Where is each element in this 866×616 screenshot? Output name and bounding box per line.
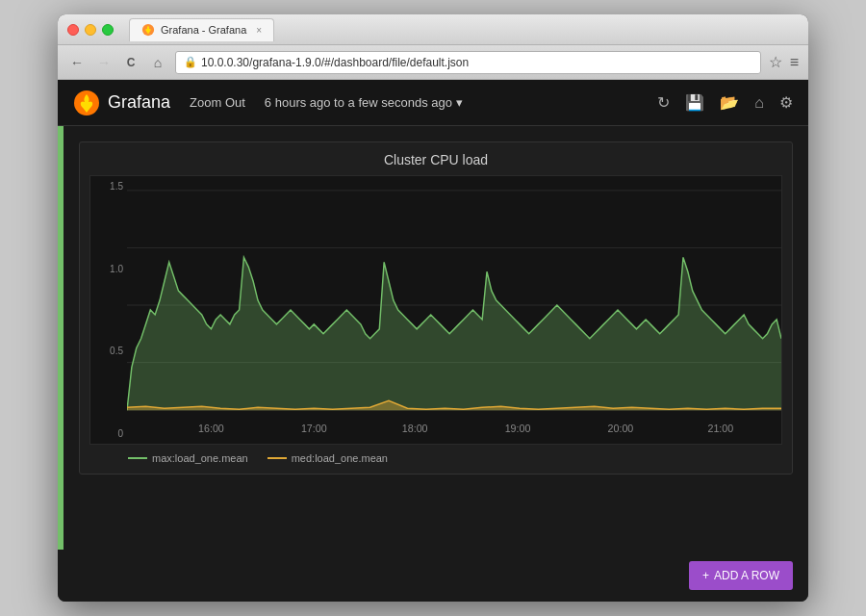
chart-title: Cluster CPU load	[89, 152, 782, 167]
legend-color-green	[128, 457, 147, 459]
refresh-button[interactable]: C	[121, 53, 140, 72]
menu-icon[interactable]: ≡	[790, 54, 799, 71]
maximize-button[interactable]	[102, 24, 114, 36]
save-dashboard-icon[interactable]: 💾	[685, 93, 704, 112]
forward-button[interactable]: →	[94, 53, 114, 72]
browser-tab[interactable]: Grafana - Grafana ×	[129, 18, 274, 41]
address-actions: ☆ ≡	[769, 53, 799, 71]
legend-item-med: med:load_one.mean	[267, 452, 388, 464]
time-range-text: 6 hours ago to a few seconds ago	[265, 95, 452, 110]
settings-icon[interactable]: ⚙	[779, 93, 793, 112]
grafana-title: Grafana	[108, 92, 170, 113]
legend-label-med: med:load_one.mean	[292, 452, 388, 464]
url-text: 10.0.0.30/grafana-1.9.0/#/dashboard/file…	[201, 56, 469, 69]
legend-color-yellow	[267, 457, 287, 459]
chart-container: 1.5 1.0 0.5 0	[89, 175, 782, 445]
close-button[interactable]	[67, 24, 79, 36]
svg-text:17:00: 17:00	[301, 423, 327, 434]
dashboard-body: Cluster CPU load 1.5 1.0 0.5 0	[58, 126, 808, 550]
dashboard-footer: + ADD A ROW	[58, 550, 808, 602]
bookmark-icon[interactable]: ☆	[769, 53, 782, 71]
tab-bar: Grafana - Grafana ×	[129, 18, 799, 41]
tab-close-icon[interactable]: ×	[256, 25, 262, 36]
tab-label: Grafana - Grafana	[161, 24, 246, 36]
refresh-dashboard-icon[interactable]: ↻	[657, 93, 670, 112]
title-bar: Grafana - Grafana ×	[58, 14, 808, 45]
header-actions: ↻ 💾 📂 ⌂ ⚙	[657, 93, 793, 112]
url-bar[interactable]: 🔒 10.0.0.30/grafana-1.9.0/#/dashboard/fi…	[175, 51, 761, 74]
minimize-button[interactable]	[85, 24, 96, 36]
home-dashboard-icon[interactable]: ⌂	[754, 94, 764, 112]
y-axis-labels: 1.5 1.0 0.5 0	[90, 176, 127, 444]
y-label-1.5: 1.5	[94, 181, 123, 192]
grafana-logo-icon	[73, 90, 100, 116]
url-lock-icon: 🔒	[184, 56, 197, 68]
grafana-app: Grafana Zoom Out 6 hours ago to a few se…	[58, 80, 808, 602]
y-label-1.0: 1.0	[94, 264, 123, 274]
svg-text:19:00: 19:00	[505, 423, 531, 434]
svg-text:20:00: 20:00	[608, 423, 634, 434]
chart-svg: 16:00 17:00 18:00 19:00 20:00 21:00	[127, 176, 781, 444]
add-row-label: ADD A ROW	[714, 569, 779, 582]
address-bar: ← → C ⌂ 🔒 10.0.0.30/grafana-1.9.0/#/dash…	[58, 45, 808, 80]
time-range-picker[interactable]: 6 hours ago to a few seconds ago ▾	[265, 95, 463, 110]
add-row-plus-icon: +	[702, 569, 709, 582]
browser-window: Grafana - Grafana × ← → C ⌂ 🔒 10.0.0.30/…	[58, 14, 808, 602]
zoom-out-button[interactable]: Zoom Out	[190, 95, 245, 110]
traffic-lights	[67, 24, 114, 36]
legend-item-max: max:load_one.mean	[128, 452, 248, 464]
legend-label-max: max:load_one.mean	[152, 452, 248, 464]
home-button[interactable]: ⌂	[148, 53, 167, 72]
time-range-dropdown-icon: ▾	[456, 95, 463, 110]
svg-text:16:00: 16:00	[198, 423, 224, 434]
chart-inner: 16:00 17:00 18:00 19:00 20:00 21:00	[127, 176, 781, 444]
back-button[interactable]: ←	[67, 53, 87, 72]
dashboard-content: Cluster CPU load 1.5 1.0 0.5 0	[64, 126, 808, 550]
chart-panel: Cluster CPU load 1.5 1.0 0.5 0	[79, 141, 793, 475]
svg-text:18:00: 18:00	[402, 423, 428, 434]
chart-legend: max:load_one.mean med:load_one.mean	[89, 452, 782, 464]
open-dashboard-icon[interactable]: 📂	[720, 93, 739, 112]
y-label-0: 0	[94, 428, 123, 439]
add-row-button[interactable]: + ADD A ROW	[689, 561, 793, 590]
svg-text:21:00: 21:00	[707, 423, 733, 434]
y-label-0.5: 0.5	[94, 346, 123, 356]
grafana-header: Grafana Zoom Out 6 hours ago to a few se…	[58, 80, 808, 126]
grafana-logo: Grafana	[73, 90, 170, 116]
tab-favicon	[141, 23, 155, 37]
